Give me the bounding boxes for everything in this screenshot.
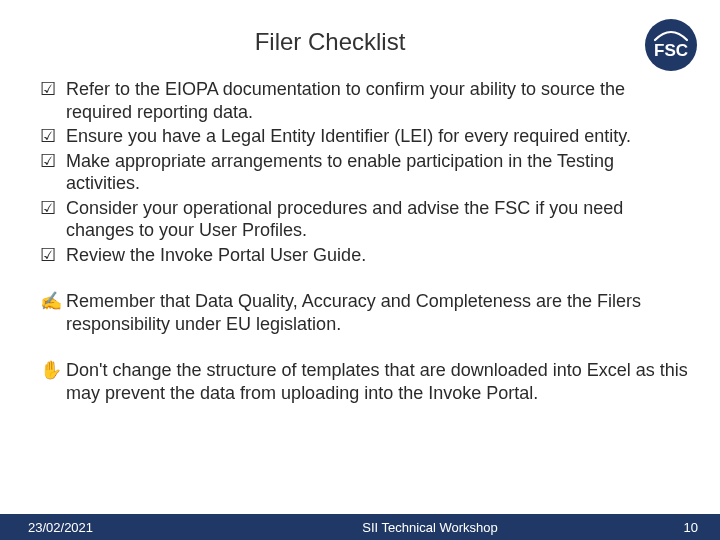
checkbox-icon: ☑ bbox=[40, 244, 66, 267]
checkbox-icon: ☑ bbox=[40, 78, 66, 101]
warning-section: ✋ Don't change the structure of template… bbox=[30, 359, 690, 404]
list-item-text: Make appropriate arrangements to enable … bbox=[66, 150, 690, 195]
footer-bar: 23/02/2021 SII Technical Workshop 10 bbox=[0, 514, 720, 540]
slide: FSC Filer Checklist ☑ Refer to the EIOPA… bbox=[0, 0, 720, 540]
checklist: ☑ Refer to the EIOPA documentation to co… bbox=[30, 78, 690, 266]
list-item: ☑ Ensure you have a Legal Entity Identif… bbox=[40, 125, 690, 148]
hand-write-icon: ✍ bbox=[40, 290, 66, 313]
fsc-logo: FSC bbox=[644, 18, 698, 72]
warning-list: ✋ Don't change the structure of template… bbox=[30, 359, 690, 404]
reminder-list: ✍ Remember that Data Quality, Accuracy a… bbox=[30, 290, 690, 335]
checkbox-icon: ☑ bbox=[40, 197, 66, 220]
footer-title: SII Technical Workshop bbox=[200, 520, 660, 535]
footer-date: 23/02/2021 bbox=[0, 520, 200, 535]
list-item-text: Don't change the structure of templates … bbox=[66, 359, 690, 404]
stop-hand-icon: ✋ bbox=[40, 359, 66, 382]
list-item: ☑ Consider your operational procedures a… bbox=[40, 197, 690, 242]
list-item-text: Review the Invoke Portal User Guide. bbox=[66, 244, 690, 267]
list-item-text: Remember that Data Quality, Accuracy and… bbox=[66, 290, 690, 335]
checklist-section: ☑ Refer to the EIOPA documentation to co… bbox=[30, 78, 690, 266]
page-title: Filer Checklist bbox=[30, 28, 690, 56]
list-item-text: Refer to the EIOPA documentation to conf… bbox=[66, 78, 690, 123]
list-item-text: Ensure you have a Legal Entity Identifie… bbox=[66, 125, 690, 148]
list-item: ✍ Remember that Data Quality, Accuracy a… bbox=[40, 290, 690, 335]
list-item: ☑ Make appropriate arrangements to enabl… bbox=[40, 150, 690, 195]
svg-text:FSC: FSC bbox=[654, 41, 688, 60]
list-item-text: Consider your operational procedures and… bbox=[66, 197, 690, 242]
list-item: ☑ Refer to the EIOPA documentation to co… bbox=[40, 78, 690, 123]
list-item: ☑ Review the Invoke Portal User Guide. bbox=[40, 244, 690, 267]
checkbox-icon: ☑ bbox=[40, 150, 66, 173]
reminder-section: ✍ Remember that Data Quality, Accuracy a… bbox=[30, 290, 690, 335]
footer-page-number: 10 bbox=[660, 520, 720, 535]
checkbox-icon: ☑ bbox=[40, 125, 66, 148]
list-item: ✋ Don't change the structure of template… bbox=[40, 359, 690, 404]
